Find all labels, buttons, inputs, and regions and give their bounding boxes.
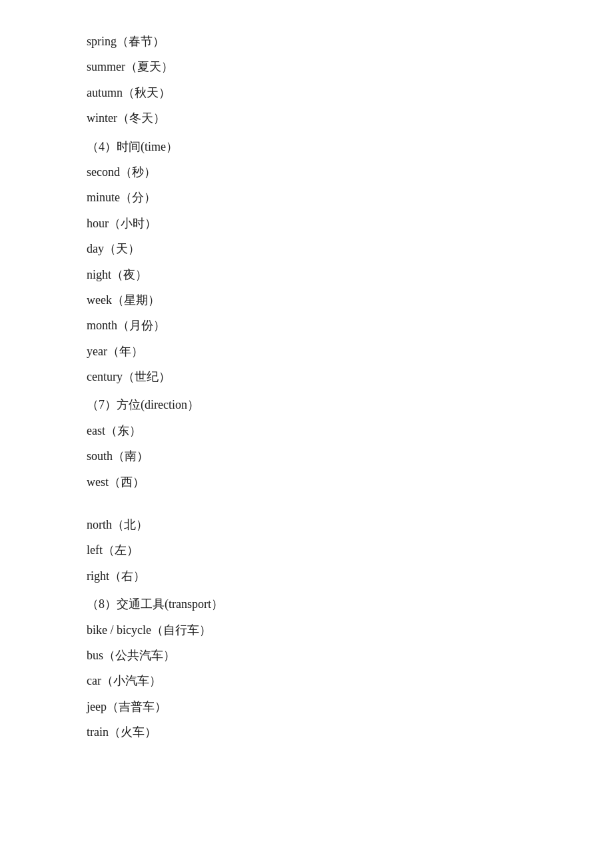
vocab-item-south: south（南） xyxy=(87,445,526,467)
section-header-direction-header: （7）方位(direction） xyxy=(87,394,526,415)
content-area: spring（春节）summer（夏天）autumn（秋天）winter（冬天）… xyxy=(0,0,613,774)
vocab-item-jeep: jeep（吉普车） xyxy=(87,696,526,717)
vocab-item-second: second（秒） xyxy=(87,161,526,183)
vocab-item-summer: summer（夏天） xyxy=(87,56,526,77)
vocab-item-spring: spring（春节） xyxy=(87,31,526,52)
vocab-item-century: century（世纪） xyxy=(87,366,526,387)
vocab-item-bus: bus（公共汽车） xyxy=(87,645,526,666)
spacer-spacer xyxy=(87,497,526,510)
vocab-item-winter: winter（冬天） xyxy=(87,107,526,129)
vocab-item-day: day（天） xyxy=(87,238,526,259)
vocab-item-autumn: autumn（秋天） xyxy=(87,82,526,103)
section-header-time-header: （4）时间(time） xyxy=(87,136,526,157)
vocab-item-north: north（北） xyxy=(87,514,526,535)
section-header-transport-header: （8）交通工具(transport） xyxy=(87,593,526,615)
vocab-item-train: train（火车） xyxy=(87,721,526,743)
vocab-item-minute: minute（分） xyxy=(87,187,526,208)
vocab-item-hour: hour（小时） xyxy=(87,213,526,234)
vocab-item-east: east（东） xyxy=(87,420,526,441)
vocab-item-bike: bike / bicycle（自行车） xyxy=(87,619,526,641)
vocab-item-west: west（西） xyxy=(87,471,526,493)
vocab-item-right: right（右） xyxy=(87,565,526,587)
vocab-item-car: car（小汽车） xyxy=(87,670,526,691)
vocab-item-year: year（年） xyxy=(87,341,526,362)
vocab-item-night: night（夜） xyxy=(87,264,526,285)
vocab-item-left: left（左） xyxy=(87,539,526,561)
vocab-item-week: week（星期） xyxy=(87,289,526,311)
vocab-item-month: month（月份） xyxy=(87,315,526,336)
